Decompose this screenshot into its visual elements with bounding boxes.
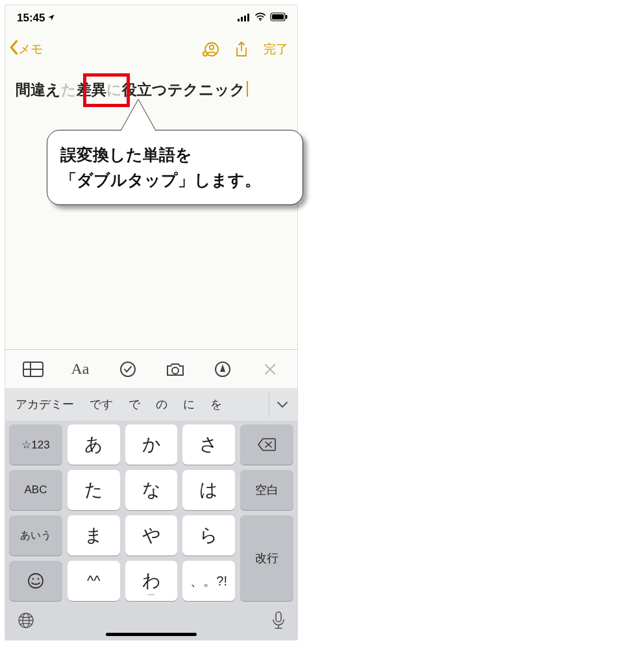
table-icon[interactable] [14,355,53,384]
svg-point-4 [260,19,261,21]
candidate-bar: アカデミー です で の に を [5,388,297,421]
candidate-4[interactable]: に [175,397,203,412]
candidate-1[interactable]: です [82,397,121,412]
svg-rect-1 [241,17,243,21]
text-format-icon[interactable]: Aa [61,355,100,384]
nav-bar: メモ 完了 [5,31,297,67]
back-button[interactable]: メモ [9,40,201,59]
key-kaomoji[interactable]: ^^ [68,561,120,601]
globe-icon[interactable] [17,611,35,632]
svg-point-23 [38,578,40,580]
svg-point-21 [29,574,43,588]
svg-rect-3 [247,14,249,21]
key-ra[interactable]: ら [182,515,235,556]
key-space[interactable]: 空白 [240,470,293,510]
camera-icon[interactable] [156,355,195,384]
wifi-icon [254,12,266,25]
key-punct[interactable]: 、。?! [182,561,235,601]
candidate-2[interactable]: で [121,397,148,412]
candidate-0[interactable]: アカデミー [8,397,82,412]
key-emoji[interactable] [9,561,62,601]
key-ha[interactable]: は [182,470,235,510]
key-a[interactable]: あ [68,424,120,465]
status-bar: 15:45 [5,5,297,31]
status-time: 15:45 [17,12,45,25]
svg-rect-27 [276,612,281,622]
annotation-callout: 誤変換した単語を 「ダブルタップ」します。 [47,130,303,205]
home-indicator[interactable] [106,633,197,636]
key-ta[interactable]: た [68,470,120,510]
key-ma[interactable]: ま [68,515,120,556]
location-icon [47,12,55,25]
add-person-icon[interactable] [201,40,219,58]
note-title[interactable]: 間違えた差異に役立つテクニック [16,80,287,100]
key-num-mode[interactable]: ☆123 [9,424,62,465]
candidate-expand-icon[interactable] [269,391,295,417]
svg-point-22 [32,578,34,580]
key-wa[interactable]: わ — [125,561,178,601]
candidate-3[interactable]: の [148,397,175,412]
key-abc-mode[interactable]: ABC [9,470,62,510]
key-delete[interactable] [240,424,293,465]
svg-rect-7 [286,15,288,19]
callout-line-1: 誤変換した単語を [60,142,290,167]
keyboard: ☆123 あ か さ ABC た な は 空白 [5,421,297,640]
done-button[interactable]: 完了 [264,41,288,58]
close-toolbar-icon[interactable] [251,355,290,384]
mic-icon[interactable] [271,611,286,633]
key-sa[interactable]: さ [182,424,235,465]
back-label: メモ [18,41,43,58]
title-part-3: 役立つテクニック [122,81,245,98]
callout-line-2: 「ダブルタップ」します。 [60,167,290,193]
svg-point-9 [210,45,214,49]
svg-point-15 [172,367,179,374]
share-icon[interactable] [234,40,249,58]
key-enter[interactable]: 改行 [240,515,293,601]
checklist-icon[interactable] [108,355,147,384]
key-ka[interactable]: か [125,424,178,465]
title-highlighted-word: 差異 [77,81,106,98]
text-cursor [247,81,248,97]
candidate-5[interactable]: を [203,397,230,412]
key-ya[interactable]: や [125,515,178,556]
svg-rect-6 [272,14,284,19]
signal-icon [238,12,251,25]
keyboard-toolbar: Aa [5,349,297,388]
svg-point-14 [121,362,135,376]
key-kana-mode[interactable]: あいう [9,515,62,556]
callout-pointer-icon [119,99,158,133]
battery-icon [270,12,288,25]
svg-rect-0 [238,19,240,21]
title-part-1: 間違え [16,81,61,98]
key-na[interactable]: な [125,470,178,510]
svg-rect-2 [244,16,246,21]
markup-icon[interactable] [203,355,242,384]
